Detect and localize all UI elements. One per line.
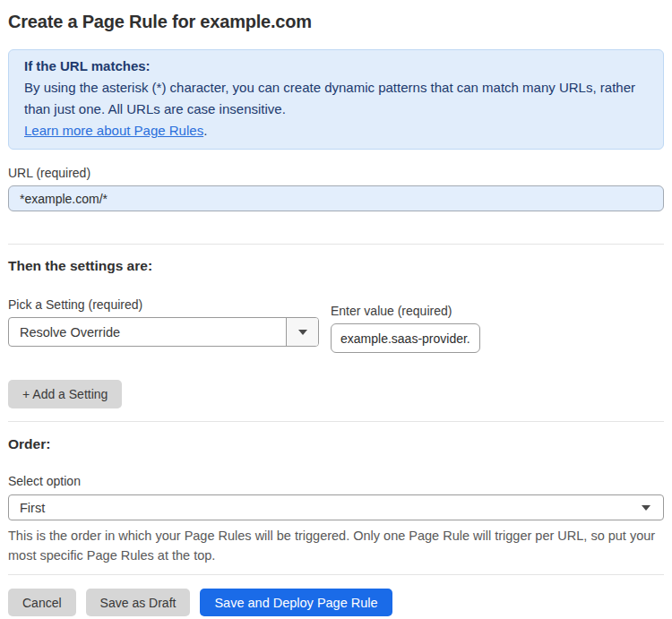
settings-row: Pick a Setting (required) Resolve Overri…: [8, 297, 664, 353]
info-box-body: By using the asterisk (*) character, you…: [24, 77, 648, 120]
order-select-value: First: [20, 501, 45, 515]
save-as-draft-button[interactable]: Save as Draft: [86, 589, 191, 616]
chevron-down-icon: [642, 505, 650, 511]
info-box-heading: If the URL matches:: [24, 56, 648, 77]
divider: [8, 574, 664, 575]
setting-select[interactable]: Resolve Override: [8, 317, 319, 347]
link-period: .: [203, 123, 207, 138]
setting-select-caret-cell[interactable]: [286, 318, 318, 346]
setting-value-input[interactable]: [331, 323, 480, 353]
cancel-button[interactable]: Cancel: [8, 589, 76, 616]
setting-select-value: Resolve Override: [9, 318, 286, 346]
page-rule-form: Create a Page Rule for example.com If th…: [0, 0, 672, 619]
chevron-down-icon: [298, 330, 307, 335]
add-setting-button[interactable]: + Add a Setting: [8, 380, 122, 408]
order-select[interactable]: First: [8, 494, 664, 520]
order-section-heading: Order:: [8, 436, 664, 452]
learn-more-link[interactable]: Learn more about Page Rules: [24, 123, 203, 138]
order-select-label: Select option: [8, 474, 664, 488]
url-field-label: URL (required): [8, 166, 664, 180]
page-title: Create a Page Rule for example.com: [8, 12, 664, 32]
url-input[interactable]: [8, 185, 664, 211]
setting-value-column: Enter value (required): [331, 304, 480, 353]
url-match-info-box: If the URL matches: By using the asteris…: [8, 49, 664, 150]
form-actions: Cancel Save as Draft Save and Deploy Pag…: [8, 589, 664, 616]
settings-section-heading: Then the settings are:: [8, 258, 664, 274]
info-box-link-line: Learn more about Page Rules.: [24, 120, 648, 142]
divider: [8, 421, 664, 422]
divider: [8, 244, 664, 245]
order-help-text: This is the order in which your Page Rul…: [8, 526, 664, 565]
setting-picker-column: Pick a Setting (required) Resolve Overri…: [8, 297, 319, 347]
save-and-deploy-button[interactable]: Save and Deploy Page Rule: [200, 589, 392, 616]
setting-picker-label: Pick a Setting (required): [8, 297, 319, 312]
setting-value-label: Enter value (required): [331, 304, 480, 318]
